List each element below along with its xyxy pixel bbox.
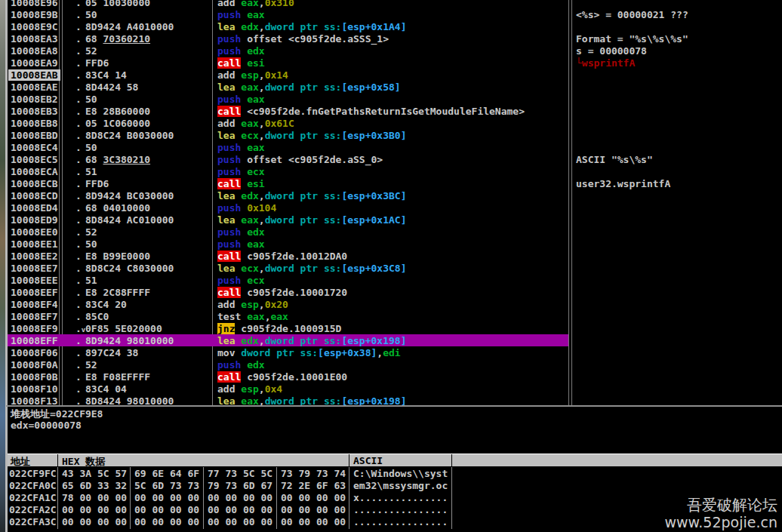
- disasm-row[interactable]: 10008EAB.83C4 14add esp,0x14: [8, 69, 782, 81]
- opcode-bytes: 52: [85, 360, 97, 370]
- disasm-row[interactable]: 10008EAE.8D4424 58lea eax,dword ptr ss:[…: [8, 81, 782, 93]
- disassembly-pane[interactable]: 10008E96.05 10030000add eax,0x31010008E9…: [8, 0, 782, 406]
- opcode-bytes: E8 F08EFFFF: [85, 372, 150, 382]
- analysis-mark: .: [75, 275, 82, 285]
- disasm-row[interactable]: 10008EA9.FFD6call esi└wsprintfA: [8, 57, 782, 69]
- opcode-bytes: 52: [85, 227, 97, 237]
- analysis-mark: .: [75, 288, 82, 297]
- dump-address: 022CFA3C: [9, 517, 57, 527]
- opcode-bytes: 8D8424 AC010000: [85, 215, 174, 225]
- disasm-row[interactable]: 10008E9B.50push eax<%s> = 00000021 ???: [8, 8, 782, 20]
- opcode-bytes: 68 3C380210: [85, 155, 150, 165]
- analysis-mark: .: [75, 70, 82, 80]
- ascii-text: ................: [353, 505, 448, 515]
- disasm-row[interactable]: 10008F10.83C4 04add esp,0x4: [8, 383, 782, 395]
- disasm-row[interactable]: 10008EB8.05 1C060000add eax,0x61C: [8, 117, 782, 129]
- comment-text: └wsprintfA: [576, 58, 635, 68]
- hex-group: 00 00 00 00: [134, 505, 199, 515]
- opcode-bytes: 50: [85, 94, 97, 104]
- disasm-row[interactable]: 10008EEF.E8 2C88FFFFcall c905f2de.100017…: [8, 286, 782, 298]
- opcode-bytes: 8D8C24 B0030000: [85, 131, 174, 140]
- disasm-row[interactable]: 10008EF7.85C0test eax,eax: [8, 310, 782, 322]
- disasm-row[interactable]: 10008EEE.51push ecx: [8, 274, 782, 286]
- olly-debugger-window: 10008E96.05 10030000add eax,0x31010008E9…: [0, 0, 782, 532]
- analysis-mark: .: [75, 0, 82, 8]
- opcode-bytes: 05 1C060000: [85, 118, 150, 128]
- instruction-text: call esi: [217, 58, 265, 68]
- disasm-row[interactable]: 10008F13.8D8424 98010000lea eax,dword pt…: [8, 395, 782, 406]
- instruction-text: push edx: [217, 227, 265, 237]
- comment-text: <%s> = 00000021 ???: [576, 10, 688, 20]
- dump-row[interactable]: 022CFA0C65 6D 33 325C 6D 73 7379 73 6D 6…: [8, 479, 782, 491]
- instruction-address: 10008EE1: [11, 239, 58, 249]
- instruction-text: push offset <c905f2de.aSSS_1>: [217, 34, 389, 44]
- ascii-text: em32\mssysmgr.oc: [353, 481, 448, 490]
- dump-row[interactable]: 022CF9FC43 3A 5C 5769 6E 64 6F77 73 5C 5…: [8, 467, 782, 479]
- analysis-mark: .: [75, 22, 82, 32]
- instruction-text: lea eax,dword ptr ss:[esp+0x58]: [217, 82, 401, 92]
- opcode-bytes: 51: [85, 167, 97, 177]
- disasm-row[interactable]: 10008F06.897C24 38mov dword ptr ss:[esp+…: [8, 346, 782, 358]
- analysis-mark: .: [75, 360, 82, 370]
- disassembly-rows: 10008E96.05 10030000add eax,0x31010008E9…: [8, 0, 782, 406]
- hex-group: 00 00 00 00: [134, 517, 199, 527]
- disasm-row[interactable]: 10008ED9.8D8424 AC010000lea eax,dword pt…: [8, 214, 782, 226]
- disasm-row[interactable]: 10008EB2.50push eax: [8, 93, 782, 105]
- watermark-url: www.52pojie.cn: [664, 514, 777, 530]
- hex-group: 72 2E 6F 63: [281, 481, 346, 490]
- instruction-text: push ecx: [217, 167, 265, 177]
- analysis-mark: .: [75, 179, 82, 189]
- disasm-row[interactable]: 10008EA8.52push edxs = 00000078: [8, 45, 782, 57]
- instruction-address: 10008EEF: [11, 288, 58, 297]
- disasm-row[interactable]: 10008ECB.FFD6call esiuser32.wsprintfA: [8, 177, 782, 189]
- disasm-row[interactable]: 10008F0A.52push edx: [8, 358, 782, 371]
- analysis-mark: .: [75, 336, 82, 346]
- disasm-row[interactable]: 10008EB3.E8 28B60000call <c905f2de.fnGet…: [8, 105, 782, 117]
- opcode-bytes: 83C4 04: [85, 384, 127, 394]
- analysis-mark: .: [75, 46, 82, 56]
- analysis-mark: .: [75, 10, 82, 20]
- analysis-mark: .: [75, 106, 82, 116]
- disasm-row[interactable]: 10008EFF.8D9424 98010000lea edx,dword pt…: [8, 334, 782, 346]
- pane-splitter[interactable]: [6, 405, 782, 407]
- analysis-mark: .: [75, 34, 82, 44]
- instruction-text: lea eax,dword ptr ss:[esp+0x1AC]: [217, 215, 406, 225]
- disasm-row[interactable]: 10008EF4.83C4 20add esp,0x20: [8, 298, 782, 310]
- disasm-row[interactable]: 10008EA3.68 70360210push offset <c905f2d…: [8, 32, 782, 45]
- dump-address: 022CFA1C: [9, 493, 57, 503]
- disasm-row[interactable]: 10008EF9.v0F85 5E020000jnz c905f2de.1000…: [8, 322, 782, 334]
- opcode-bytes: 68 70360210: [85, 34, 150, 44]
- disasm-row[interactable]: 10008ECA.51push ecx: [8, 165, 782, 177]
- instruction-address: 10008F0B: [11, 372, 58, 382]
- dump-header-ascii: ASCII: [353, 455, 383, 466]
- disasm-row[interactable]: 10008EC4.50push eax: [8, 141, 782, 153]
- instruction-address: 10008ECB: [11, 179, 58, 189]
- dump-address: 022CFA0C: [9, 481, 57, 490]
- disasm-row[interactable]: 10008EE2.E8 B99E0000call c905f2de.10012D…: [8, 250, 782, 262]
- opcode-bytes: 8D9424 BC030000: [85, 191, 174, 201]
- comment-text: Format = "%s\%s\%s": [576, 34, 688, 44]
- disasm-row[interactable]: 10008E96.05 10030000add eax,0x310: [8, 0, 782, 8]
- instruction-address: 10008EA9: [11, 58, 58, 68]
- instruction-address: 10008EFF: [11, 336, 58, 346]
- disasm-row[interactable]: 10008EE1.50push eax: [8, 238, 782, 250]
- disasm-row[interactable]: 10008E9C.8D9424 A4010000lea edx,dword pt…: [8, 20, 782, 32]
- disasm-row[interactable]: 10008F0B.E8 F08EFFFFcall c905f2de.10001E…: [8, 371, 782, 383]
- hex-group: 77 73 5C 5C: [208, 469, 272, 478]
- opcode-bytes: FFD6: [85, 58, 109, 68]
- comment-text: s = 00000078: [576, 46, 647, 56]
- disasm-row[interactable]: 10008EBD.8D8C24 B0030000lea ecx,dword pt…: [8, 129, 782, 141]
- disasm-row[interactable]: 10008ED4.68 04010000push 0x104: [8, 201, 782, 214]
- instruction-text: call <c905f2de.fnGetPathsReturnIsGetMoud…: [217, 106, 525, 116]
- hex-group: 78 00 00 00: [62, 493, 127, 503]
- disasm-row[interactable]: 10008ECD.8D9424 BC030000lea edx,dword pt…: [8, 189, 782, 201]
- hex-group: 00 00 00 00: [208, 517, 272, 527]
- analysis-mark: .: [75, 300, 82, 309]
- disasm-row[interactable]: 10008EE0.52push edx: [8, 226, 782, 238]
- disasm-row[interactable]: 10008EE7.8D8C24 C8030000lea ecx,dword pt…: [8, 262, 782, 274]
- hex-group: 00 00 00 00: [281, 505, 346, 515]
- instruction-text: add eax,0x61C: [217, 118, 294, 128]
- instruction-text: mov dword ptr ss:[esp+0x38],edi: [217, 348, 401, 358]
- opcode-bytes: 83C4 14: [85, 70, 127, 80]
- disasm-row[interactable]: 10008EC5.68 3C380210push offset <c905f2d…: [8, 153, 782, 165]
